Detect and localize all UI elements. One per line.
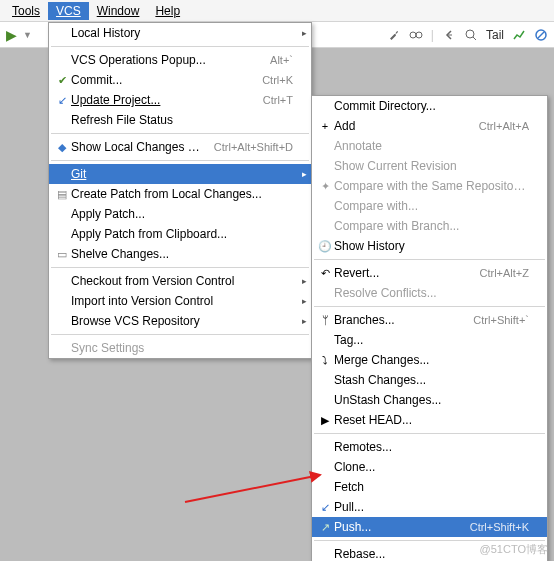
menu-local-history[interactable]: Local History▸ (49, 23, 311, 43)
menu-git[interactable]: Git▸ (49, 164, 311, 184)
menu-browse-repo[interactable]: Browse VCS Repository▸ (49, 311, 311, 331)
menu-window[interactable]: Window (89, 2, 148, 20)
menu-tag[interactable]: Tag... (312, 330, 547, 350)
menubar: Tools VCS Window Help (0, 0, 554, 22)
menu-sync: Sync Settings (49, 338, 311, 358)
menu-fetch[interactable]: Fetch (312, 477, 547, 497)
separator (51, 160, 309, 161)
add-icon: + (316, 120, 334, 132)
menu-remotes[interactable]: Remotes... (312, 437, 547, 457)
uml-icon: ◆ (53, 141, 71, 154)
svg-point-0 (410, 32, 416, 38)
merge-icon: ⤵ (316, 354, 334, 366)
back-icon[interactable] (442, 28, 456, 42)
separator (51, 133, 309, 134)
pull-icon: ↙ (316, 501, 334, 514)
menu-revert[interactable]: ↶Revert...Ctrl+Alt+Z (312, 263, 547, 283)
menu-compare-with: Compare with... (312, 196, 547, 216)
menu-merge[interactable]: ⤵Merge Changes... (312, 350, 547, 370)
watermark: @51CTO博客 (480, 542, 548, 557)
shelve-icon: ▭ (53, 248, 71, 261)
commit-icon: ✔ (53, 74, 71, 87)
svg-point-1 (416, 32, 422, 38)
divider: | (431, 28, 434, 42)
compare-icon: ✦ (316, 180, 334, 193)
menu-tools[interactable]: Tools (4, 2, 48, 20)
menu-reset[interactable]: ▶Reset HEAD... (312, 410, 547, 430)
vcs-menu: Local History▸ VCS Operations Popup...Al… (48, 22, 312, 359)
menu-commit[interactable]: ✔Commit...Ctrl+K (49, 70, 311, 90)
wrench-icon[interactable] (387, 28, 401, 42)
menu-create-patch[interactable]: ▤Create Patch from Local Changes... (49, 184, 311, 204)
menu-show-rev: Show Current Revision (312, 156, 547, 176)
menu-vcs[interactable]: VCS (48, 2, 89, 20)
chart-icon[interactable] (512, 28, 526, 42)
menu-compare-same: ✦Compare with the Same Repository Versio… (312, 176, 547, 196)
menu-push[interactable]: ↗Push...Ctrl+Shift+K (312, 517, 547, 537)
git-submenu: Commit Directory... +AddCtrl+Alt+A Annot… (311, 95, 548, 561)
separator (314, 259, 545, 260)
menu-checkout-vc[interactable]: Checkout from Version Control▸ (49, 271, 311, 291)
branch-icon: ᛘ (316, 314, 334, 326)
menu-help[interactable]: Help (147, 2, 188, 20)
separator (314, 540, 545, 541)
dropdown-icon[interactable]: ▼ (23, 30, 32, 40)
svg-point-2 (466, 30, 474, 38)
menu-clone[interactable]: Clone... (312, 457, 547, 477)
menu-pull[interactable]: ↙Pull... (312, 497, 547, 517)
menu-add[interactable]: +AddCtrl+Alt+A (312, 116, 547, 136)
menu-vcs-ops[interactable]: VCS Operations Popup...Alt+` (49, 50, 311, 70)
menu-apply-patch[interactable]: Apply Patch... (49, 204, 311, 224)
separator (51, 46, 309, 47)
menu-show-uml[interactable]: ◆Show Local Changes as UMLCtrl+Alt+Shift… (49, 137, 311, 157)
no-entry-icon[interactable] (534, 28, 548, 42)
breakpoints-icon[interactable] (409, 28, 423, 42)
menu-import-vc[interactable]: Import into Version Control▸ (49, 291, 311, 311)
revert-icon: ↶ (316, 267, 334, 280)
menu-apply-clip[interactable]: Apply Patch from Clipboard... (49, 224, 311, 244)
tail-label[interactable]: Tail (486, 28, 504, 42)
menu-commit-dir[interactable]: Commit Directory... (312, 96, 547, 116)
push-icon: ↗ (316, 521, 334, 534)
run-icon[interactable]: ▶ (6, 27, 17, 43)
menu-annotate: Annotate (312, 136, 547, 156)
menu-resolve: Resolve Conflicts... (312, 283, 547, 303)
menu-shelve[interactable]: ▭Shelve Changes... (49, 244, 311, 264)
reset-icon: ▶ (316, 414, 334, 427)
menu-refresh[interactable]: Refresh File Status (49, 110, 311, 130)
menu-compare-branch: Compare with Branch... (312, 216, 547, 236)
update-icon: ↙ (53, 94, 71, 107)
clock-icon: 🕘 (316, 240, 334, 253)
separator (51, 334, 309, 335)
menu-branches[interactable]: ᛘBranches...Ctrl+Shift+` (312, 310, 547, 330)
separator (314, 433, 545, 434)
menu-update[interactable]: ↙Update Project...Ctrl+T (49, 90, 311, 110)
separator (51, 267, 309, 268)
menu-unstash[interactable]: UnStash Changes... (312, 390, 547, 410)
menu-show-history[interactable]: 🕘Show History (312, 236, 547, 256)
search-icon[interactable] (464, 28, 478, 42)
menu-stash[interactable]: Stash Changes... (312, 370, 547, 390)
patch-icon: ▤ (53, 188, 71, 201)
separator (314, 306, 545, 307)
